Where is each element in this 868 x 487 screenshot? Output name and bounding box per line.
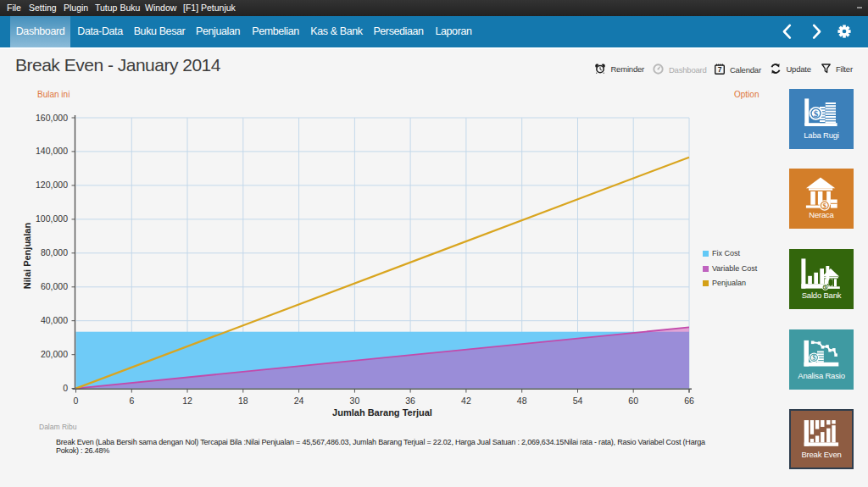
svg-text:80,000: 80,000 xyxy=(41,247,68,257)
svg-text:20,000: 20,000 xyxy=(41,349,68,359)
svg-text:120,000: 120,000 xyxy=(36,180,68,190)
svg-text:60: 60 xyxy=(628,396,638,406)
svg-text:$: $ xyxy=(812,353,816,362)
svg-text:$: $ xyxy=(814,108,819,119)
svg-text:0: 0 xyxy=(63,383,68,393)
svg-text:140,000: 140,000 xyxy=(36,146,68,156)
svg-text:0: 0 xyxy=(74,396,79,406)
svg-text:24: 24 xyxy=(294,396,304,406)
svg-text:36: 36 xyxy=(405,396,415,406)
svg-text:48: 48 xyxy=(517,396,527,406)
svg-text:66: 66 xyxy=(684,396,694,406)
svg-text:40,000: 40,000 xyxy=(41,315,68,325)
svg-text:160,000: 160,000 xyxy=(36,113,68,123)
svg-text:18: 18 xyxy=(238,396,248,406)
svg-text:Nilai Penjualan: Nilai Penjualan xyxy=(22,223,32,290)
svg-text:100,000: 100,000 xyxy=(36,213,68,224)
svg-text:12: 12 xyxy=(182,396,192,406)
svg-text:$: $ xyxy=(824,285,826,290)
svg-text:Jumlah Barang Terjual: Jumlah Barang Terjual xyxy=(332,407,432,418)
svg-text:$: $ xyxy=(823,202,827,210)
svg-text:42: 42 xyxy=(461,396,471,406)
svg-text:6: 6 xyxy=(129,396,134,406)
svg-text:54: 54 xyxy=(573,396,583,406)
svg-text:60,000: 60,000 xyxy=(41,281,68,291)
svg-text:30: 30 xyxy=(350,396,360,406)
